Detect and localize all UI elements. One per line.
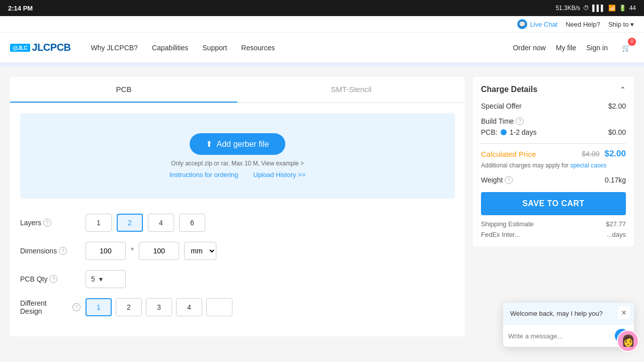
- right-panel: Charge Details ⌃ Special Offer $2.00 Bui…: [473, 77, 634, 336]
- special-offer-value: $2.00: [608, 102, 626, 110]
- layer-option-4[interactable]: 4: [148, 214, 174, 232]
- sign-in-link[interactable]: Sign in: [586, 44, 608, 52]
- order-now-link[interactable]: Order now: [513, 44, 545, 52]
- layer-option-1[interactable]: 1: [86, 214, 112, 232]
- special-cases-link[interactable]: special cases: [570, 162, 606, 169]
- status-bar: 2:14 PM 51.3KB/s ⏱ ▌▌▌ 📶 🔋 44: [0, 0, 644, 16]
- logo[interactable]: @JLC JLCPCB: [10, 42, 71, 53]
- cart-icon[interactable]: 🛒 0: [618, 40, 634, 56]
- cart-badge: 0: [628, 38, 636, 46]
- charge-details-title: Charge Details: [481, 85, 537, 94]
- ship-to-dropdown[interactable]: Ship to ▾: [608, 21, 634, 28]
- chat-close-button[interactable]: ×: [618, 307, 630, 319]
- layer-option-6[interactable]: 6: [179, 214, 205, 232]
- nav-support[interactable]: Support: [202, 44, 227, 52]
- design-option-custom[interactable]: [206, 298, 232, 316]
- shipping-estimate-label: Shipping Estimate: [481, 220, 534, 228]
- layer-option-2[interactable]: 2: [117, 214, 143, 232]
- pcb-qty-row: PCB Qty ? 5 ▾: [20, 270, 455, 288]
- upload-hint: Only accept zip or rar, Max 10 M, View e…: [30, 160, 445, 167]
- upload-history-link[interactable]: Upload History >>: [253, 171, 305, 178]
- save-to-cart-button[interactable]: SAVE TO CART: [481, 192, 626, 215]
- tabs: PCB SMT-Stencil: [10, 77, 465, 103]
- design-options: 1 2 3 4: [86, 298, 232, 316]
- dimension-height-input[interactable]: [139, 242, 179, 260]
- build-pcb-info: PCB: 1-2 days: [481, 128, 536, 136]
- weight-help-icon[interactable]: ?: [505, 176, 513, 184]
- utility-bar: 💬 Live Chat Need Help? Ship to ▾: [0, 16, 644, 33]
- calculated-price-label: Calculated Price: [481, 150, 536, 158]
- layers-row: Layers ? 1 2 4 6: [20, 214, 455, 232]
- build-time-section: Build Time ? PCB: 1-2 days $0.00: [481, 117, 626, 136]
- nav-links: Why JLCPCB? Capabilities Support Resourc…: [91, 44, 513, 52]
- pcb-status-dot: [501, 129, 507, 135]
- special-offer-row: Special Offer $2.00: [481, 102, 626, 110]
- nav-resources[interactable]: Resources: [241, 44, 275, 52]
- signal-icon: ▌▌▌: [592, 5, 605, 12]
- layers-help-icon[interactable]: ?: [43, 219, 51, 227]
- charge-card: Charge Details ⌃ Special Offer $2.00 Bui…: [473, 77, 634, 246]
- wifi-icon: 📶: [608, 5, 616, 12]
- charge-collapse-icon[interactable]: ⌃: [620, 85, 626, 94]
- battery-icon: 🔋: [619, 5, 626, 12]
- build-time-label: Build Time ?: [481, 117, 626, 125]
- final-price: $2.00: [604, 149, 626, 158]
- chat-input-row: ▶: [503, 324, 634, 346]
- build-pcb-row: PCB: 1-2 days $0.00: [481, 128, 626, 136]
- pcb-label: PCB:: [481, 128, 498, 136]
- weight-row: Weight ? 0.17kg: [481, 176, 626, 184]
- pcb-build-price: $0.00: [608, 128, 626, 136]
- form-section: Layers ? 1 2 4 6 Dimensions ? * mm: [10, 209, 465, 336]
- different-design-help-icon[interactable]: ?: [72, 303, 80, 311]
- navbar: @JLC JLCPCB Why JLCPCB? Capabilities Sup…: [0, 33, 644, 63]
- build-time-help-icon[interactable]: ?: [516, 117, 524, 125]
- pcb-qty-select[interactable]: 5 ▾: [86, 270, 126, 288]
- fedex-label: FedEx Inter...: [481, 231, 520, 238]
- live-chat-button[interactable]: 💬 Live Chat: [517, 19, 557, 29]
- chat-bubble-icon: 💬: [517, 19, 527, 29]
- tab-pcb[interactable]: PCB: [10, 77, 237, 103]
- design-option-2[interactable]: 2: [116, 298, 142, 316]
- top-banner: [0, 63, 644, 67]
- upload-links: Instructions for ordering Upload History…: [30, 171, 445, 178]
- divider: [481, 143, 626, 144]
- need-help-link[interactable]: Need Help?: [566, 21, 600, 28]
- layers-label: Layers ?: [20, 219, 80, 227]
- design-option-3[interactable]: 3: [146, 298, 172, 316]
- status-icons: 51.3KB/s ⏱ ▌▌▌ 📶 🔋 44: [555, 5, 636, 12]
- my-file-link[interactable]: My file: [556, 44, 576, 52]
- pcb-qty-label: PCB Qty ?: [20, 275, 80, 283]
- upload-icon: ⬆: [206, 139, 212, 149]
- original-price: $4.00: [582, 150, 600, 158]
- dimension-width-input[interactable]: [86, 242, 126, 260]
- data-speed: 51.3KB/s: [555, 5, 580, 12]
- add-gerber-button[interactable]: ⬆ Add gerber file: [190, 133, 285, 155]
- dimension-unit-select[interactable]: mm inch: [184, 242, 216, 260]
- dimensions-help-icon[interactable]: ?: [59, 247, 67, 255]
- logo-icon: @JLC: [10, 44, 30, 52]
- tab-smt-stencil[interactable]: SMT-Stencil: [237, 77, 465, 103]
- battery-level: 44: [629, 5, 636, 12]
- design-option-4[interactable]: 4: [176, 298, 202, 316]
- nav-right: Order now My file Sign in 🛒 0: [513, 40, 634, 56]
- calculated-price-section: Calculated Price $4.00 $2.00: [481, 149, 626, 159]
- instructions-link[interactable]: Instructions for ordering: [170, 171, 238, 178]
- upload-area: ⬆ Add gerber file Only accept zip or rar…: [20, 113, 455, 199]
- logo-text: JLCPCB: [32, 42, 71, 53]
- special-offer-label: Special Offer: [481, 102, 522, 110]
- nav-capabilities[interactable]: Capabilities: [152, 44, 188, 52]
- pcb-days: 1-2 days: [510, 128, 537, 136]
- chat-welcome-message: Welcome back, may I help you?: [510, 310, 603, 317]
- live-chat-label: Live Chat: [530, 21, 557, 28]
- chat-message-input[interactable]: [508, 332, 612, 340]
- price-values: $4.00 $2.00: [582, 149, 626, 159]
- clock-icon: ⏱: [583, 5, 589, 12]
- different-design-label: Different Design ?: [20, 299, 80, 315]
- design-option-1[interactable]: 1: [86, 298, 112, 316]
- qty-chevron-down-icon: ▾: [99, 275, 103, 283]
- weight-value: 0.17kg: [605, 176, 626, 184]
- pcb-qty-help-icon[interactable]: ?: [49, 275, 57, 283]
- shipping-estimate-value: $27.77: [606, 220, 626, 228]
- nav-why-jlcpcb[interactable]: Why JLCPCB?: [91, 44, 138, 52]
- chat-bubble: × Welcome back, may I help you? ▶ 👩: [503, 303, 634, 346]
